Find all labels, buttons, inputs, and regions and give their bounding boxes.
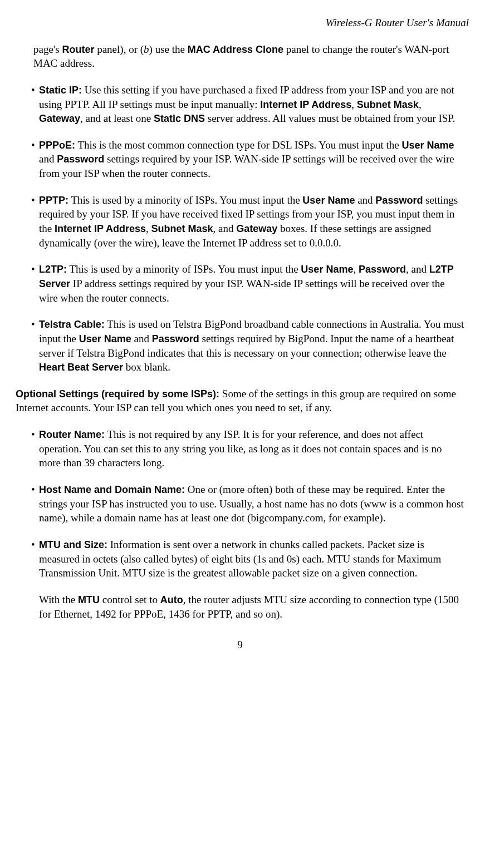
bullet-icon: • bbox=[31, 317, 39, 332]
optional-settings-heading: Optional Settings (required by some ISPs… bbox=[16, 387, 464, 415]
label-pppoe: PPPoE: bbox=[39, 140, 75, 151]
text: page's bbox=[33, 43, 62, 55]
text: , bbox=[353, 263, 359, 275]
bold-password: Password bbox=[359, 264, 406, 275]
label-static-ip: Static IP: bbox=[39, 85, 82, 96]
text: This is the most common connection type … bbox=[75, 139, 401, 151]
text: IP address settings required by your ISP… bbox=[39, 278, 445, 304]
bullet-l2tp: •L2TP: This is used by a minority of ISP… bbox=[21, 262, 464, 305]
label-telstra: Telstra Cable: bbox=[39, 319, 105, 330]
page-header: Wireless-G Router User's Manual bbox=[11, 16, 469, 30]
text: , bbox=[419, 98, 422, 110]
text: With the bbox=[39, 594, 78, 605]
page-content: page's Router panel), or (b) use the MAC… bbox=[11, 42, 469, 622]
bullet-pptp: •PPTP: This is used by a minority of ISP… bbox=[21, 193, 464, 250]
bold-username: User Name bbox=[401, 140, 454, 151]
bold-password: Password bbox=[57, 154, 104, 165]
bullet-host-domain: •Host Name and Domain Name: One or (more… bbox=[21, 482, 464, 525]
bullet-icon: • bbox=[31, 83, 39, 97]
bold-heartbeat: Heart Beat Server bbox=[39, 362, 123, 373]
bullet-mtu-group: •MTU and Size: Information is sent over … bbox=[21, 537, 464, 621]
label-host-domain: Host Name and Domain Name: bbox=[39, 484, 185, 495]
bold-password: Password bbox=[375, 195, 423, 206]
text: , bbox=[351, 98, 357, 110]
label-pptp: PPTP: bbox=[39, 195, 68, 206]
bullet-icon: • bbox=[31, 193, 39, 208]
bold-username: User Name bbox=[79, 333, 131, 344]
text: panel), or ( bbox=[94, 43, 144, 55]
label-mtu: MTU and Size: bbox=[39, 539, 107, 550]
bold-username: User Name bbox=[302, 195, 355, 206]
bold-subnet-mask: Subnet Mask bbox=[151, 223, 213, 234]
text: server address. All values must be obtai… bbox=[205, 112, 455, 124]
bullet-icon: • bbox=[31, 427, 39, 442]
bold-static-dns: Static DNS bbox=[154, 113, 205, 124]
text: This is used by a minority of ISPs. You … bbox=[68, 194, 302, 206]
page-number: 9 bbox=[11, 638, 469, 652]
bold-password: Password bbox=[152, 333, 199, 344]
bold-internet-ip: Internet IP Address bbox=[55, 223, 146, 234]
bullet-pppoe: •PPPoE: This is the most common connecti… bbox=[21, 138, 464, 181]
bullet-icon: • bbox=[31, 537, 39, 552]
text: box blank. bbox=[123, 361, 170, 373]
label-router-name: Router Name: bbox=[39, 429, 105, 440]
text: and bbox=[39, 153, 57, 165]
text: control set to bbox=[100, 594, 160, 605]
text: ) use the bbox=[149, 43, 188, 55]
bold-mac-clone: MAC Address Clone bbox=[188, 44, 283, 55]
italic-b: b bbox=[144, 43, 149, 55]
bold-subnet-mask: Subnet Mask bbox=[357, 99, 419, 110]
text: and bbox=[355, 194, 375, 206]
bold-username: User Name bbox=[301, 264, 353, 275]
text: and bbox=[131, 333, 152, 344]
bullet-mtu: •MTU and Size: Information is sent over … bbox=[21, 537, 464, 580]
bold-auto: Auto bbox=[160, 594, 183, 605]
text: This is used by a minority of ISPs. You … bbox=[67, 263, 301, 275]
bold-mtu: MTU bbox=[78, 594, 100, 605]
label-optional: Optional Settings (required by some ISPs… bbox=[16, 388, 219, 400]
text: , and bbox=[406, 263, 429, 275]
bold-gateway: Gateway bbox=[236, 223, 277, 234]
bullet-router-name: •Router Name: This is not required by an… bbox=[21, 427, 464, 470]
bullet-icon: • bbox=[31, 482, 39, 497]
label-l2tp: L2TP: bbox=[39, 264, 67, 275]
bullet-icon: • bbox=[31, 262, 39, 277]
bullet-static-ip: •Static IP: Use this setting if you have… bbox=[21, 83, 464, 126]
bullet-icon: • bbox=[31, 138, 39, 152]
text: , and at least one bbox=[80, 112, 154, 124]
bold-router: Router bbox=[62, 44, 94, 55]
bold-internet-ip: Internet IP Address bbox=[260, 99, 351, 110]
bullet-telstra: •Telstra Cable: This is used on Telstra … bbox=[21, 317, 464, 374]
text: , bbox=[146, 223, 151, 234]
continued-paragraph: page's Router panel), or (b) use the MAC… bbox=[16, 42, 464, 71]
mtu-continuation: With the MTU control set to Auto, the ro… bbox=[21, 593, 464, 621]
text: , and bbox=[213, 223, 237, 234]
bold-gateway: Gateway bbox=[39, 113, 80, 124]
